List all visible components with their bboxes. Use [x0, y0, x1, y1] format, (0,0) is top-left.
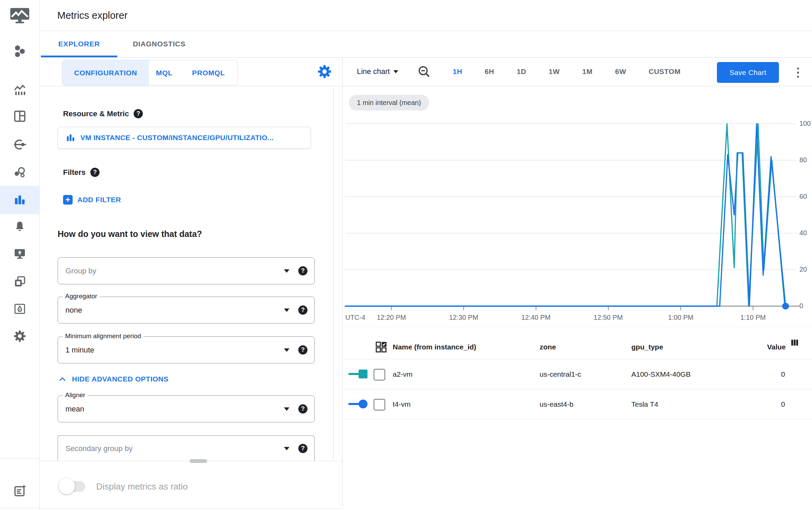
- range-1m[interactable]: 1M: [582, 68, 592, 76]
- cell-zone: us-central1-c: [540, 370, 581, 378]
- add-filter-label: ADD FILTER: [77, 196, 121, 204]
- resource-metric-label: Resource & Metric: [63, 109, 129, 118]
- zoom-chart-icon[interactable]: [417, 64, 432, 79]
- secondary-group-by-select[interactable]: Secondary group by ?: [58, 435, 315, 461]
- min-alignment-label: Minimum alignment period: [63, 332, 144, 340]
- group-by-placeholder: Group by: [65, 267, 284, 275]
- toolbar-divider: [39, 86, 812, 86]
- aggregator-value: none: [65, 306, 284, 315]
- chart-table-divider: [343, 327, 812, 327]
- aligner-label: Aligner: [63, 391, 88, 399]
- cell-zone: us-east4-b: [540, 400, 573, 408]
- more-options-icon[interactable]: [795, 64, 801, 81]
- min-alignment-select[interactable]: Minimum alignment period 1 minute ?: [58, 336, 315, 363]
- copies-icon[interactable]: [0, 271, 39, 292]
- cell-value: 0: [735, 400, 785, 408]
- mode-tab-mql[interactable]: MQL: [149, 60, 180, 85]
- range-1h[interactable]: 1H: [453, 68, 462, 76]
- integration-arrow-icon[interactable]: [0, 134, 39, 155]
- chevron-down-icon: [284, 309, 289, 312]
- cell-gpu-type: A100-SXM4-40GB: [631, 370, 691, 378]
- table-divider: [343, 359, 812, 359]
- aligner-select[interactable]: Aligner mean ?: [58, 395, 315, 422]
- chart-type-label: Line chart: [357, 67, 390, 76]
- chart-settings-gear-icon[interactable]: [316, 63, 333, 80]
- config-panel-scrollbar[interactable]: [333, 87, 334, 459]
- y-axis-label: 40: [799, 229, 812, 237]
- hide-advanced-options-label: HIDE ADVANCED OPTIONS: [72, 375, 169, 383]
- select-all-icon[interactable]: [375, 341, 387, 353]
- chevron-down-icon: [284, 269, 289, 273]
- col-header-name[interactable]: Name (from instance_id): [393, 343, 476, 351]
- line-chart[interactable]: [345, 124, 796, 306]
- probe-drop-icon[interactable]: [0, 299, 39, 319]
- resource-metric-help-icon[interactable]: ?: [134, 109, 143, 118]
- col-header-value[interactable]: Value: [735, 343, 786, 351]
- secondary-group-by-placeholder: Secondary group by: [65, 444, 284, 453]
- chart-type-dropdown[interactable]: Line chart: [357, 57, 398, 86]
- panel-divider: [342, 57, 343, 508]
- range-custom[interactable]: CUSTOM: [649, 68, 681, 76]
- settings-gear-icon[interactable]: [0, 326, 39, 346]
- tab-explorer[interactable]: EXPLORER: [41, 31, 117, 57]
- x-axis-label: 12:20 PM: [371, 314, 412, 321]
- interval-chip[interactable]: 1 min interval (mean): [349, 95, 429, 110]
- x-axis-label: 1:00 PM: [660, 314, 701, 321]
- row-checkbox[interactable]: [374, 369, 385, 380]
- cell-name: a2-vm: [393, 370, 412, 378]
- toggle-thumb: [59, 478, 75, 494]
- cell-value: 0: [735, 370, 785, 378]
- col-header-zone[interactable]: zone: [540, 343, 556, 351]
- min-alignment-value: 1 minute: [65, 346, 284, 355]
- range-6h[interactable]: 6H: [485, 68, 494, 76]
- monitoring-logo-icon[interactable]: [0, 5, 39, 26]
- aligner-help-icon[interactable]: ?: [298, 404, 307, 414]
- table-divider: [343, 389, 812, 389]
- groups-circles-icon[interactable]: [0, 162, 39, 182]
- x-axis-label: 12:40 PM: [515, 314, 556, 321]
- metrics-explorer-bars-icon[interactable]: [0, 190, 39, 210]
- cell-gpu-type: Tesla T4: [631, 400, 658, 408]
- drag-handle[interactable]: [190, 459, 207, 463]
- ratio-toggle[interactable]: [59, 477, 90, 495]
- add-filter-button[interactable]: + ADD FILTER: [63, 195, 121, 205]
- group-by-select[interactable]: Group by ?: [58, 257, 315, 284]
- group-by-help-icon[interactable]: ?: [298, 266, 307, 275]
- filters-section: Filters ?: [63, 168, 100, 177]
- aggregator-help-icon[interactable]: ?: [298, 305, 307, 315]
- series-square-marker: [359, 370, 367, 378]
- alerting-bell-icon[interactable]: [0, 216, 39, 237]
- col-header-gpu-type[interactable]: gpu_type: [631, 343, 663, 351]
- aggregator-select[interactable]: Aggregator none ?: [58, 297, 315, 324]
- release-notes-icon[interactable]: [0, 481, 39, 501]
- uptime-monitor-icon[interactable]: [0, 244, 39, 264]
- overview-hexagons-icon[interactable]: [0, 41, 39, 61]
- filters-label: Filters: [63, 168, 86, 177]
- range-6w[interactable]: 6W: [615, 68, 626, 76]
- timezone-label: UTC-4: [345, 314, 373, 321]
- tab-diagnostics[interactable]: DIAGNOSTICS: [120, 31, 198, 56]
- save-chart-button[interactable]: Save Chart: [717, 62, 779, 83]
- mode-tab-configuration[interactable]: CONFIGURATION: [62, 60, 149, 85]
- range-1w[interactable]: 1W: [549, 68, 560, 76]
- chevron-down-icon: [284, 447, 289, 450]
- row-checkbox[interactable]: [374, 399, 385, 410]
- min-alignment-help-icon[interactable]: ?: [298, 345, 307, 355]
- x-axis-label: 1:10 PM: [733, 314, 773, 321]
- filters-help-icon[interactable]: ?: [90, 168, 100, 177]
- plus-icon: +: [63, 195, 73, 205]
- series-circle-marker: [359, 400, 367, 408]
- dashboard-grid-icon[interactable]: [0, 106, 39, 126]
- chevron-down-icon: [284, 348, 289, 352]
- aggregator-label: Aggregator: [63, 292, 100, 300]
- secondary-group-by-help-icon[interactable]: ?: [298, 444, 307, 453]
- selected-metric-label: VM INSTANCE - CUSTOM/INSTANCE/GPU/UTILIZ…: [80, 134, 274, 142]
- range-1d[interactable]: 1D: [517, 68, 526, 76]
- chevron-down-icon: [284, 407, 289, 411]
- column-settings-icon[interactable]: [790, 338, 799, 347]
- mode-tab-promql[interactable]: PROMQL: [180, 60, 237, 85]
- x-axis-label: 12:30 PM: [443, 314, 484, 321]
- hide-advanced-options-button[interactable]: HIDE ADVANCED OPTIONS: [58, 374, 169, 384]
- trend-chart-icon[interactable]: [0, 79, 39, 100]
- selected-metric-chip[interactable]: VM INSTANCE - CUSTOM/INSTANCE/GPU/UTILIZ…: [58, 127, 311, 149]
